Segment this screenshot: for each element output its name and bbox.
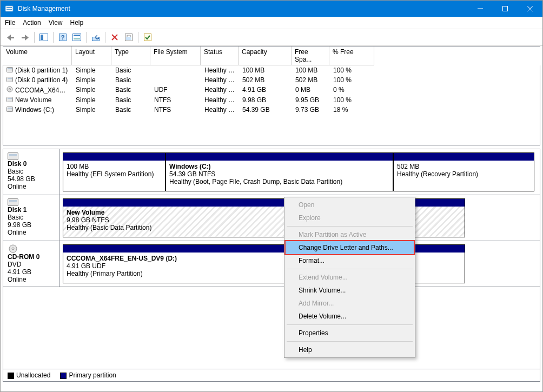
cell-fs: NTFS bbox=[151, 96, 201, 104]
ctx-properties[interactable]: Properties bbox=[286, 327, 414, 340]
properties-icon[interactable] bbox=[123, 31, 135, 43]
col-status[interactable]: Status bbox=[201, 46, 239, 65]
cell-fs: NTFS bbox=[151, 105, 201, 114]
svg-rect-0 bbox=[5, 6, 13, 11]
volume-row[interactable]: (Disk 0 partition 4)SimpleBasicHealthy (… bbox=[3, 75, 540, 85]
volume-list[interactable]: (Disk 0 partition 1)SimpleBasicHealthy (… bbox=[3, 65, 540, 145]
cell-status: Healthy (E... bbox=[201, 66, 239, 75]
svg-rect-9 bbox=[22, 37, 25, 38]
ctx-add-mirror[interactable]: Add Mirror... bbox=[286, 297, 414, 310]
toolbar: ? bbox=[1, 29, 542, 46]
legend-primary: Primary partition bbox=[69, 371, 116, 379]
disk-size: 9.98 GB bbox=[8, 221, 55, 229]
svg-rect-31 bbox=[7, 107, 13, 112]
cell-layout: Simple bbox=[72, 66, 112, 75]
ctx-delete[interactable]: Delete Volume... bbox=[286, 310, 414, 323]
volume-row[interactable]: (Disk 0 partition 1)SimpleBasicHealthy (… bbox=[3, 65, 540, 75]
disk-state: Online bbox=[8, 229, 55, 236]
svg-rect-25 bbox=[7, 77, 13, 82]
volume-icon bbox=[6, 86, 14, 92]
svg-rect-34 bbox=[9, 154, 17, 156]
col-type[interactable]: Type bbox=[111, 46, 150, 65]
col-volume[interactable]: Volume bbox=[3, 46, 72, 65]
col-fs[interactable]: File System bbox=[150, 46, 201, 65]
cell-layout: Simple bbox=[72, 105, 112, 114]
volume-name: (Disk 0 partition 4) bbox=[15, 76, 68, 84]
svg-rect-16 bbox=[74, 38, 80, 39]
ctx-explore[interactable]: Explore bbox=[286, 211, 414, 224]
show-hide-button[interactable] bbox=[38, 31, 50, 43]
partition-size: 54.39 GB NTFS bbox=[169, 170, 389, 178]
svg-rect-24 bbox=[8, 68, 12, 69]
col-layout[interactable]: Layout bbox=[72, 46, 111, 65]
col-capacity[interactable]: Capacity bbox=[239, 46, 292, 65]
volume-icon bbox=[6, 97, 14, 102]
cell-free: 502 MB bbox=[292, 76, 330, 84]
disk-label: Disk 0 bbox=[8, 160, 55, 168]
disk-icon bbox=[8, 152, 55, 160]
ctx-mark-active[interactable]: Mark Partition as Active bbox=[286, 228, 414, 241]
cell-fs bbox=[151, 66, 201, 75]
col-free[interactable]: Free Spa... bbox=[292, 46, 329, 65]
delete-icon[interactable] bbox=[109, 31, 121, 43]
ctx-change-drive-letter[interactable]: Change Drive Letter and Paths... bbox=[286, 241, 414, 254]
cell-pfree: 0 % bbox=[330, 85, 375, 95]
cell-fs: UDF bbox=[151, 85, 201, 95]
refresh-icon[interactable] bbox=[90, 31, 102, 43]
ctx-extend[interactable]: Extend Volume... bbox=[286, 271, 414, 284]
ctx-open[interactable]: Open bbox=[286, 198, 414, 211]
ctx-help[interactable]: Help bbox=[286, 343, 414, 356]
close-button[interactable] bbox=[518, 1, 542, 17]
cell-type: Basic bbox=[112, 85, 151, 95]
disk-row: Disk 1Basic9.98 GBOnlineNew Volume9.98 G… bbox=[3, 195, 540, 241]
disk-type: DVD bbox=[8, 261, 55, 268]
menu-view[interactable]: View bbox=[49, 19, 63, 26]
partition-size: 100 MB bbox=[67, 163, 162, 170]
cell-capacity: 9.98 GB bbox=[239, 96, 292, 104]
ctx-shrink[interactable]: Shrink Volume... bbox=[286, 284, 414, 297]
partition[interactable]: 100 MBHealthy (EFI System Partition) bbox=[63, 152, 165, 191]
cell-fs bbox=[151, 76, 201, 84]
disk-label: CD-ROM 0 bbox=[8, 253, 55, 261]
svg-rect-33 bbox=[8, 153, 18, 160]
volume-name: (Disk 0 partition 1) bbox=[15, 67, 68, 74]
titlebar: Disk Management bbox=[1, 1, 542, 17]
volume-list-header: Volume Layout Type File System Status Ca… bbox=[3, 46, 540, 65]
context-menu: Open Explore Mark Partition as Active Ch… bbox=[284, 197, 415, 358]
ctx-format[interactable]: Format... bbox=[286, 254, 414, 267]
svg-rect-23 bbox=[7, 68, 13, 72]
disk-label: Disk 1 bbox=[8, 206, 55, 214]
partition[interactable]: 502 MBHealthy (Recovery Partition) bbox=[393, 152, 534, 191]
menu-action[interactable]: Action bbox=[23, 19, 41, 26]
menu-file[interactable]: File bbox=[5, 19, 15, 26]
partition-status: Healthy (EFI System Partition) bbox=[67, 170, 162, 178]
svg-rect-8 bbox=[11, 37, 14, 38]
volume-row[interactable]: New VolumeSimpleBasicNTFSHealthy (B...9.… bbox=[3, 95, 540, 105]
legend-unallocated: Unallocated bbox=[16, 371, 50, 379]
settings-icon[interactable] bbox=[71, 31, 83, 43]
volume-icon bbox=[6, 107, 14, 112]
checkmark-icon[interactable] bbox=[142, 31, 154, 43]
cell-capacity: 54.39 GB bbox=[239, 105, 292, 114]
minimize-button[interactable] bbox=[468, 1, 493, 17]
svg-rect-30 bbox=[8, 98, 12, 99]
volume-row[interactable]: Windows (C:)SimpleBasicNTFSHealthy (B...… bbox=[3, 105, 540, 115]
maximize-button[interactable] bbox=[493, 1, 518, 17]
cell-layout: Simple bbox=[72, 85, 112, 95]
volume-icon bbox=[6, 67, 14, 72]
cell-type: Basic bbox=[112, 105, 151, 114]
back-button[interactable] bbox=[5, 31, 17, 43]
volume-row[interactable]: CCCOMA_X64FRE...SimpleBasicUDFHealthy (P… bbox=[3, 85, 540, 95]
help-icon[interactable]: ? bbox=[57, 31, 69, 43]
cell-status: Healthy (B... bbox=[201, 105, 239, 114]
cell-capacity: 502 MB bbox=[239, 76, 292, 84]
volume-icon bbox=[6, 77, 14, 82]
cell-capacity: 100 MB bbox=[239, 66, 292, 75]
disk-size: 4.91 GB bbox=[8, 268, 55, 276]
partition[interactable]: Windows (C:)54.39 GB NTFSHealthy (Boot, … bbox=[165, 152, 393, 191]
partition-stripe bbox=[166, 153, 393, 161]
disk-graphic-panel: Disk 0Basic54.98 GBOnline100 MBHealthy (… bbox=[3, 149, 540, 382]
col-pfree[interactable]: % Free bbox=[329, 46, 374, 65]
menu-help[interactable]: Help bbox=[70, 19, 84, 26]
forward-button[interactable] bbox=[19, 31, 31, 43]
